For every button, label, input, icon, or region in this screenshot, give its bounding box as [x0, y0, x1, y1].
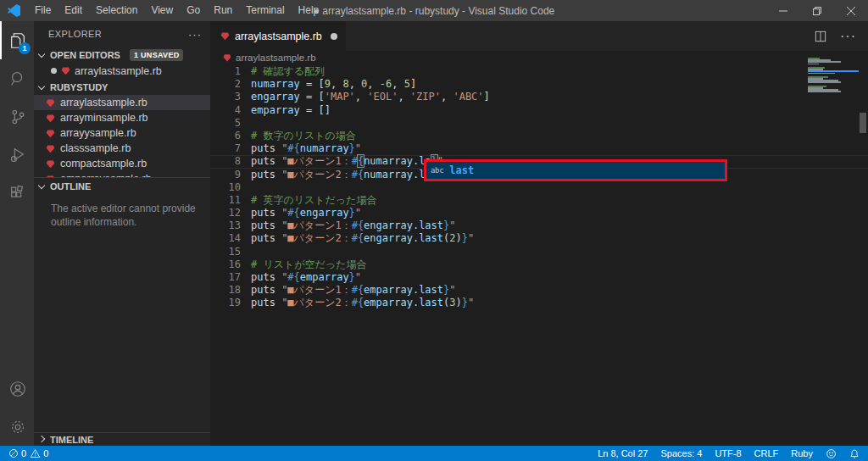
- file-name: classsample.rb: [60, 142, 131, 154]
- code-line[interactable]: 3engarray = ['MAP', 'EOL', 'ZIP', 'ABC']: [210, 91, 868, 103]
- suggest-item[interactable]: abc last: [426, 162, 725, 179]
- settings-button[interactable]: [0, 408, 34, 446]
- line-number: 13: [210, 219, 241, 232]
- cursor-position[interactable]: Ln 8, Col 27: [598, 448, 648, 458]
- code-text: [241, 246, 251, 258]
- close-button[interactable]: [834, 0, 868, 21]
- encoding[interactable]: UTF-8: [715, 448, 741, 458]
- outline-header[interactable]: OUTLINE: [34, 178, 210, 194]
- code-line[interactable]: 15: [210, 246, 868, 258]
- open-editor-item[interactable]: arraylastsample.rb: [34, 63, 210, 79]
- line-number: 11: [210, 194, 241, 207]
- line-number: 2: [210, 78, 241, 91]
- ruby-file-icon: [46, 129, 55, 138]
- split-editor-icon[interactable]: [815, 31, 826, 42]
- restore-button[interactable]: [800, 0, 834, 21]
- code-line[interactable]: 6# 数字のリストの場合: [210, 130, 868, 142]
- timeline-header[interactable]: TIMELINE: [34, 432, 210, 446]
- explorer-badge: 1: [19, 42, 31, 54]
- minimap-line: [808, 64, 819, 65]
- line-number: 19: [210, 297, 241, 309]
- editor-tab[interactable]: arraylastsample.rb: [210, 21, 346, 51]
- scrollbar-thumb[interactable]: [860, 113, 866, 133]
- code-line[interactable]: 1# 確認する配列: [210, 65, 868, 78]
- vscode-window: FileEditSelectionViewGoRunTerminalHelp ●…: [0, 0, 868, 461]
- code-line[interactable]: 2numarray = [9, 8, 0, -6, 5]: [210, 78, 868, 91]
- menu-go[interactable]: Go: [180, 0, 207, 21]
- explorer-tab[interactable]: 1: [0, 21, 34, 59]
- file-name: arrayminsample.rb: [60, 112, 148, 124]
- account-button[interactable]: [0, 369, 34, 408]
- code-line[interactable]: 12puts "#{engarray}": [210, 207, 868, 219]
- source-control-tab[interactable]: [0, 97, 34, 136]
- chevron-down-icon: [38, 82, 45, 89]
- file-row[interactable]: arrayysample.rb: [34, 125, 210, 141]
- file-name: compactsample.rb: [60, 158, 147, 169]
- eol-sequence[interactable]: CRLF: [754, 448, 779, 458]
- code-text: puts "#{emparray}": [241, 271, 361, 284]
- ruby-file-icon: [46, 98, 55, 108]
- minimap-current-line: [808, 70, 859, 72]
- file-row[interactable]: emparraysample.rb: [34, 171, 210, 177]
- feedback-icon[interactable]: [826, 448, 837, 459]
- code-line[interactable]: 11# 英字のリストだった場合: [210, 194, 868, 207]
- run-debug-tab[interactable]: [0, 136, 34, 174]
- minimize-button[interactable]: [766, 0, 800, 21]
- menu-run[interactable]: Run: [207, 0, 239, 21]
- file-row[interactable]: compactsample.rb: [34, 156, 210, 171]
- line-number: 14: [210, 232, 241, 245]
- code-line[interactable]: 13puts "■パターン1：#{engarray.last}": [210, 219, 868, 232]
- code-line[interactable]: 5: [210, 117, 868, 130]
- warnings-item[interactable]: 0: [30, 448, 48, 458]
- modified-dot-icon[interactable]: [331, 33, 337, 40]
- code-line[interactable]: 7puts "#{numarray}": [210, 142, 868, 155]
- ruby-file-icon: [223, 53, 231, 62]
- file-row[interactable]: classsample.rb: [34, 141, 210, 156]
- minimap[interactable]: [808, 58, 845, 93]
- line-number: 10: [210, 181, 241, 194]
- warning-icon: [30, 448, 41, 458]
- menu-edit[interactable]: Edit: [58, 0, 89, 21]
- search-tab[interactable]: [0, 59, 34, 97]
- more-actions-icon[interactable]: ···: [188, 28, 202, 41]
- language-mode[interactable]: Ruby: [791, 448, 813, 458]
- code-text: puts "■パターン1：#{emparray.last}": [241, 284, 456, 297]
- suggest-label: last: [449, 164, 474, 176]
- code-line[interactable]: 16# リストが空だった場合: [210, 258, 868, 271]
- code-line[interactable]: 14puts "■パターン2：#{engarray.last(2)}": [210, 232, 868, 245]
- code-line[interactable]: 19puts "■パターン2：#{emparray.last(3)}": [210, 297, 868, 309]
- folder-header[interactable]: RUBYSTUDY: [34, 79, 210, 95]
- code-line[interactable]: 17puts "#{emparray}": [210, 271, 868, 284]
- menu-terminal[interactable]: Terminal: [239, 0, 291, 21]
- modified-dot-icon: [51, 68, 57, 74]
- indentation[interactable]: Spaces: 4: [660, 448, 702, 458]
- minimap-line: [808, 81, 841, 83]
- bell-icon[interactable]: [849, 448, 860, 459]
- window-title: ● arraylastsample.rb - rubystudy - Visua…: [314, 5, 554, 17]
- errors-item[interactable]: 0: [8, 448, 26, 458]
- line-number: 4: [210, 104, 241, 117]
- code-line[interactable]: 18puts "■パターン1：#{emparray.last}": [210, 284, 868, 297]
- line-number: 9: [210, 169, 241, 181]
- extensions-tab[interactable]: [0, 174, 34, 212]
- code-text: puts "#{numarray}": [241, 142, 361, 155]
- breadcrumb[interactable]: arraylastsample.rb: [210, 51, 868, 64]
- file-row[interactable]: arraylastsample.rb: [34, 95, 210, 110]
- account-icon: [8, 380, 27, 398]
- code-line[interactable]: 10: [210, 181, 868, 194]
- error-icon: [8, 448, 19, 458]
- search-icon: [8, 69, 27, 88]
- file-row[interactable]: arrayminsample.rb: [34, 110, 210, 125]
- ruby-file-icon: [220, 31, 230, 41]
- menu-file[interactable]: File: [28, 0, 58, 21]
- more-actions-icon[interactable]: ···: [840, 29, 856, 44]
- menu-selection[interactable]: Selection: [89, 0, 144, 21]
- abc-word-icon: abc: [431, 166, 443, 175]
- code-line[interactable]: 4emparray = []: [210, 104, 868, 117]
- open-editors-label: OPEN EDITORS: [50, 50, 120, 60]
- line-number: 8: [210, 155, 241, 168]
- open-editors-header[interactable]: OPEN EDITORS 1 UNSAVED: [34, 47, 210, 63]
- code-text: # 確認する配列: [241, 65, 325, 78]
- menu-view[interactable]: View: [144, 0, 180, 21]
- ruby-file-icon: [46, 144, 55, 153]
